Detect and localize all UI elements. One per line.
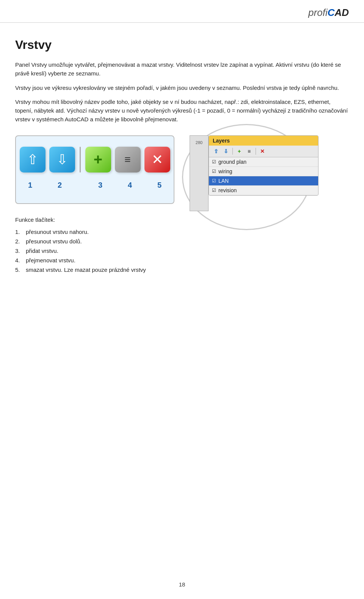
layers-panel: Layers ⇧ ⇩ + ≡ ✕ ☑ ground plan (209, 135, 318, 196)
layers-mockup-wrapper: 280 Layers ⇧ ⇩ + ≡ ✕ (190, 135, 318, 196)
paragraph-1: Panel Vrstvy umožňuje vytvářet, přejmeno… (15, 60, 349, 78)
toolbar-buttons-row: ⇧ ⇩ + ≡ ✕ (20, 147, 170, 172)
layer-name-revision: revision (218, 187, 237, 193)
funkce-text-4: přejmenovat vrstvu. (26, 257, 75, 263)
funkce-item-2: 2. přesunout vrstvu dolů. (15, 238, 349, 245)
button-move-up[interactable]: ⇧ (20, 147, 46, 172)
layers-toolbar-sep (232, 148, 233, 155)
funkce-item-1: 1. přesunout vrstvu nahoru. (15, 229, 349, 235)
layers-panel-header: Layers (209, 136, 318, 146)
toolbar-divider (80, 147, 81, 172)
layers-toolbar: ⇧ ⇩ + ≡ ✕ (209, 146, 318, 157)
funkce-num-5: 5. (15, 267, 22, 273)
plus-icon: + (94, 151, 102, 168)
layer-name-wiring: wiring (218, 168, 232, 174)
logo-profi-text: profi (308, 7, 328, 19)
layer-item-lan[interactable]: ☑ LAN (209, 176, 318, 186)
layer-item-wiring[interactable]: ☑ wiring (209, 167, 318, 176)
layers-title: Layers (213, 138, 230, 144)
layers-btn-add[interactable]: + (235, 147, 243, 155)
funkce-text-2: přesunout vrstvu dolů. (26, 238, 82, 245)
lines-icon: ≡ (124, 154, 130, 166)
toolbar-mockup: ⇧ ⇩ + ≡ ✕ (15, 135, 174, 204)
ruler: 280 (190, 135, 209, 211)
ruler-number: 280 (196, 140, 202, 145)
logo-c-text: C (328, 7, 335, 19)
funkce-list: 1. přesunout vrstvu nahoru. 2. přesunout… (15, 229, 349, 273)
header: profi C AD (0, 0, 364, 23)
funkce-num-3: 3. (15, 248, 22, 254)
button-delete[interactable]: ✕ (144, 147, 170, 172)
button-add[interactable]: + (85, 147, 111, 172)
layers-btn-rename[interactable]: ≡ (245, 147, 253, 155)
layers-list: ☑ ground plan ☑ wiring ☑ LAN ☑ revision (209, 157, 318, 195)
label-1: 1 (17, 181, 43, 190)
funkce-num-4: 4. (15, 257, 22, 263)
logo: profi C AD (308, 7, 349, 19)
logo-ad-text: AD (334, 7, 349, 19)
layer-check-ground-plan: ☑ (212, 159, 216, 165)
layer-check-lan: ☑ (212, 178, 216, 183)
funkce-item-4: 4. přejmenovat vrstvu. (15, 257, 349, 263)
layer-check-revision: ☑ (212, 188, 216, 193)
page-number: 18 (179, 581, 185, 588)
arrow-down-icon: ⇩ (56, 152, 68, 168)
layer-item-ground-plan[interactable]: ☑ ground plan (209, 157, 318, 167)
funkce-title: Funkce tlačítek: (15, 215, 349, 224)
page-title: Vrstvy (15, 38, 349, 52)
label-2: 2 (47, 181, 73, 190)
funkce-num-2: 2. (15, 238, 22, 245)
label-3: 3 (88, 181, 113, 190)
main-content: Vrstvy Panel Vrstvy umožňuje vytvářet, p… (0, 23, 364, 299)
layers-btn-up[interactable]: ⇧ (212, 147, 220, 155)
layers-btn-delete[interactable]: ✕ (258, 147, 267, 155)
layer-name-ground-plan: ground plan (218, 159, 246, 165)
funkce-item-5: 5. smazat vrstvu. Lze mazat pouze prázdn… (15, 267, 349, 273)
arrow-up-icon: ⇧ (27, 152, 38, 168)
funkce-num-1: 1. (15, 229, 22, 235)
funkce-text-3: přidat vrstvu. (26, 248, 58, 254)
illustration-row: ⇧ ⇩ + ≡ ✕ (15, 135, 349, 204)
paragraph-2: Vrstvy jsou ve výkresu vykreslovány ve s… (15, 83, 349, 92)
layers-toolbar-sep2 (256, 148, 256, 155)
paragraph-3: Vrstvy mohou mít libovolný název podle t… (15, 97, 349, 124)
funkce-text-1: přesunout vrstvu nahoru. (26, 229, 89, 235)
toolbar-labels: 1 2 3 4 5 (17, 181, 173, 190)
funkce-item-3: 3. přidat vrstvu. (15, 248, 349, 254)
layer-name-lan: LAN (218, 178, 229, 184)
layer-check-wiring: ☑ (212, 169, 216, 174)
label-5: 5 (147, 181, 173, 190)
button-rename[interactable]: ≡ (115, 147, 141, 172)
button-move-down[interactable]: ⇩ (49, 147, 75, 172)
x-icon: ✕ (152, 152, 163, 168)
funkce-section: Funkce tlačítek: 1. přesunout vrstvu nah… (15, 215, 349, 273)
layers-btn-down[interactable]: ⇩ (222, 147, 230, 155)
funkce-text-5: smazat vrstvu. Lze mazat pouze prázdné v… (26, 267, 146, 273)
label-4: 4 (117, 181, 143, 190)
layer-item-revision[interactable]: ☑ revision (209, 186, 318, 195)
